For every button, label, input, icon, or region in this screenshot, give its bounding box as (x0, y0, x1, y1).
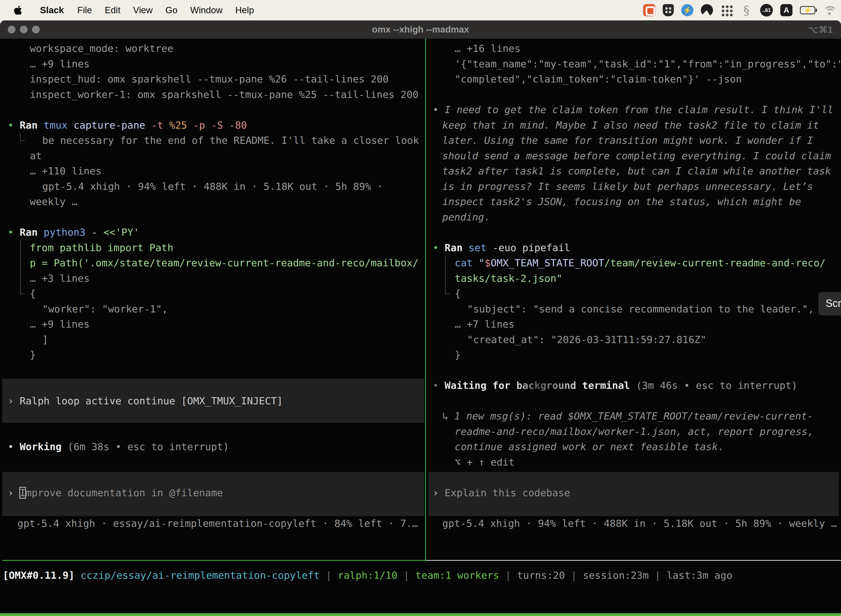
pane-divider[interactable] (425, 39, 426, 561)
terminal-line (427, 363, 841, 378)
menu-item-file[interactable]: File (71, 5, 98, 15)
terminal-lines-left: workspace_mode: worktree… +9 linesinspec… (2, 41, 425, 531)
terminal-line: gpt-5.4 xhigh · 94% left · 488K in · 5.1… (2, 179, 425, 194)
terminal-line: { (2, 286, 425, 301)
tree-guide (20, 133, 21, 141)
menu-item-view[interactable]: View (127, 5, 159, 15)
terminal-line: gpt-5.4 xhigh · essay/ai-reimplementatio… (2, 516, 425, 531)
terminal-line: … +9 lines (2, 56, 425, 72)
macos-menu-bar: Slack FileEditViewGoWindowHelp §..61A (0, 0, 841, 21)
terminal-line (2, 102, 425, 117)
terminal-line: ↳ 1 new msg(s): read $OMX_TEAM_STATE_ROO… (427, 408, 841, 424)
apple-menu-icon[interactable] (14, 5, 23, 16)
terminal-line (2, 363, 425, 378)
terminal-line: … +9 lines (2, 317, 425, 332)
terminal-line (2, 424, 425, 439)
terminal-content: workspace_mode: worktree… +9 linesinspec… (0, 39, 841, 616)
terminal-line: "created_at": "2026-03-31T11:59:27.816Z" (427, 332, 841, 348)
terminal-line: inspect_hud: omx sparkshell --tmux-pane … (2, 72, 425, 87)
terminal-line: › Improve documentation in @filename (2, 485, 425, 501)
terminal-line: • Waiting for background terminal (3m 46… (427, 378, 841, 393)
shield-icon[interactable] (663, 4, 674, 16)
terminal-line: • Ran set -euo pipefail (427, 240, 841, 255)
squiggle-icon[interactable]: § (740, 4, 753, 16)
terminal-line: '{"team_name":"my-team","task_id":"1","f… (427, 56, 841, 72)
terminal-line: } (427, 347, 841, 363)
terminal-line (427, 470, 841, 485)
menu-items: Slack FileEditViewGoWindowHelp (34, 5, 261, 15)
menu-app-name[interactable]: Slack (34, 5, 71, 15)
terminal-line: ] (2, 332, 425, 348)
terminal-line (2, 408, 425, 424)
terminal-line: workspace_mode: worktree (2, 41, 425, 56)
menu-item-go[interactable]: Go (159, 5, 184, 15)
terminal-line (427, 393, 841, 409)
tree-guide (445, 286, 445, 294)
terminal-line: • I need to get the claim token from the… (427, 102, 841, 117)
terminal-line: keep that in mind. Maybe I also need the… (427, 117, 841, 133)
terminal-line: … +7 lines (427, 317, 841, 332)
terminal-line: continue assigned work or next feasible … (427, 439, 841, 455)
terminal-line: tasks/task-2.json" (427, 271, 841, 286)
tmux-status-bar: [omx-cczip0:bash* "MacBook-Pro-44.local"… (0, 613, 841, 616)
terminal-line: gpt-5.4 xhigh · 94% left · 488K in · 5.1… (427, 516, 841, 531)
terminal-line: } (2, 347, 425, 363)
screen-tooltip: Scre (818, 292, 841, 315)
terminal-line: • Working (6m 38s • esc to interrupt) (2, 439, 425, 455)
chat-app-icon[interactable] (643, 4, 655, 16)
tree-guide (20, 240, 21, 255)
active-pane-border (2, 560, 425, 561)
wifi-icon[interactable] (823, 5, 836, 15)
window-shortcut: ⌥⌘1 (808, 24, 833, 35)
terminal-line: … +16 lines (427, 41, 841, 56)
menu-item-window[interactable]: Window (184, 5, 229, 15)
window-titlebar[interactable]: omx --xhigh --madmax ⌥⌘1 (0, 21, 841, 39)
terminal-line: inspect task2's JSON, focusing on the st… (427, 194, 841, 210)
terminal-line: pending. (427, 210, 841, 225)
terminal-line: inspect_worker-1: omx sparkshell --tmux-… (2, 87, 425, 103)
window-title: omx --xhigh --madmax (0, 24, 841, 35)
terminal-line (427, 87, 841, 103)
terminal-line (2, 455, 425, 470)
pie-icon[interactable] (701, 4, 713, 16)
omx-status-line: [OMX#0.11.9] cczip/essay/ai-reimplementa… (3, 570, 732, 581)
terminal-line: { (427, 286, 841, 301)
terminal-line (2, 500, 425, 516)
terminal-line: • Ran python3 - <<'PY' (2, 224, 425, 240)
tree-guide (20, 255, 21, 271)
menu-status-icons: §..61A (643, 4, 836, 16)
terminal-line: "worker": "worker-1", (2, 301, 425, 317)
menu-item-help[interactable]: Help (229, 5, 261, 15)
tree-guide (20, 271, 21, 286)
terminal-line (2, 378, 425, 393)
terminal-line: … +3 lines (2, 271, 425, 286)
terminal-line (2, 210, 425, 225)
input-source-icon[interactable]: A (780, 4, 793, 16)
terminal-line: › Ralph loop active continue [OMX_TMUX_I… (2, 393, 425, 409)
terminal-line: at (2, 148, 425, 164)
terminal-lines-right: … +16 lines'{"team_name":"my-team","task… (427, 41, 841, 531)
omx-pane-left: workspace_mode: worktree… +9 linesinspec… (2, 39, 425, 561)
terminal-line: › Explain this codebase (427, 485, 841, 501)
count-badge-icon[interactable]: ..61 (760, 4, 773, 16)
badge-icon[interactable] (681, 4, 693, 16)
terminal-line: cat "$OMX_TEAM_STATE_ROOT/team/review-cu… (427, 255, 841, 271)
terminal-line: • Ran tmux capture-pane -t %25 -p -S -80 (2, 117, 425, 133)
terminal-line: p = Path('.omx/state/team/review-current… (2, 255, 425, 271)
terminal-line (2, 470, 425, 485)
terminal-line: readme-and-reco/mailbox/worker-1.json, a… (427, 424, 841, 439)
menu-item-edit[interactable]: Edit (98, 5, 127, 15)
terminal-line: should send a message before completing … (427, 148, 841, 164)
terminal-line: … +110 lines (2, 163, 425, 179)
terminal-line: be necessary for the end of the README. … (2, 133, 425, 148)
tree-guide (445, 255, 445, 271)
terminal-line: is in progress? It seems likely but perh… (427, 179, 841, 194)
tree-guide (445, 271, 445, 286)
terminal-line (427, 500, 841, 516)
terminal-line: later. Using the same for transition mig… (427, 133, 841, 148)
battery-icon[interactable] (800, 6, 815, 14)
terminal-line: "completed","claim_token":"claim-token"}… (427, 72, 841, 87)
terminal-line: task2 after task1 is complete, but can I… (427, 163, 841, 179)
terminal-line: from pathlib import Path (2, 240, 425, 255)
dots-grid-icon[interactable] (721, 4, 733, 16)
